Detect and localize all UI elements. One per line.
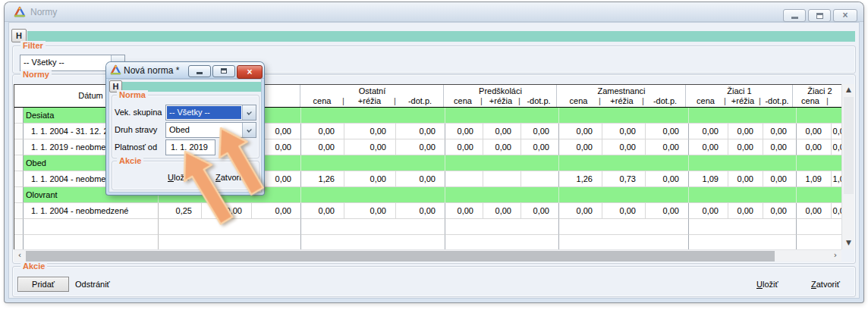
value-cell: 0,00 — [602, 124, 646, 139]
value-cell — [445, 171, 483, 187]
row-header-cell — [14, 108, 24, 124]
dialog-minimize-button[interactable] — [188, 65, 211, 77]
close-button[interactable]: × — [833, 9, 857, 22]
scroll-up-icon[interactable]: ▲︎ — [842, 84, 855, 96]
maximize-icon — [816, 13, 823, 19]
value-cell: 0,00 — [445, 139, 483, 155]
scroll-down-icon[interactable]: ▼︎ — [842, 237, 855, 249]
value-cell: 0,00 — [396, 171, 445, 187]
value-cell: 0,00 — [445, 203, 483, 219]
valid-from-label: Platnosť od — [115, 142, 157, 152]
row-header-cell — [14, 235, 24, 249]
empty-cell — [797, 235, 841, 249]
main-titlebar[interactable]: Normy × — [5, 2, 863, 22]
section-cell — [301, 187, 445, 203]
empty-cell — [445, 219, 559, 235]
value-cell: 0,00 — [521, 203, 559, 219]
value-cell: 0,00 — [396, 139, 445, 155]
maximize-button[interactable] — [808, 9, 831, 22]
subcolumn-header: cena — [793, 96, 828, 107]
scroll-left-icon[interactable]: ‹ — [14, 250, 26, 262]
save-button[interactable]: Uložiť — [756, 279, 778, 290]
section-cell — [689, 108, 797, 124]
subcolumn-header: |-dot.p. — [643, 96, 687, 107]
table-corner-cell — [14, 85, 24, 107]
subcolumn-header: cena — [686, 96, 725, 107]
value-cell: 0,00 — [728, 139, 763, 155]
subcolumn-header: |+réžia — [600, 96, 643, 107]
subcolumn-header: cena — [300, 96, 344, 107]
table-row[interactable]: 1. 1. 2004 - neobmedzené0,250,000,000,00… — [14, 203, 841, 219]
scroll-right-icon[interactable]: › — [829, 250, 841, 262]
dialog-maximize-button[interactable] — [212, 65, 235, 77]
empty-cell — [689, 219, 797, 235]
value-cell: 1,26 — [301, 171, 344, 187]
value-cell: 0,00 — [797, 203, 832, 219]
value-cell: 0,00 — [301, 124, 344, 139]
value-cell: 0,00 — [797, 124, 832, 139]
value-cell: 0,00 — [763, 171, 797, 187]
empty-cell — [301, 235, 445, 249]
actions-label: Akcie — [20, 261, 47, 271]
value-cell: 1,26 — [559, 171, 602, 187]
value-cell: 0,00 — [301, 139, 344, 155]
value-cell: 0,00 — [832, 139, 841, 155]
section-cell — [689, 155, 797, 171]
actions-groupbox — [12, 266, 856, 297]
row-header-cell — [14, 203, 24, 219]
value-cell: 0,00 — [728, 171, 763, 187]
value-cell: 0,00 — [559, 139, 602, 155]
age-group-combo[interactable]: -- Všetky -- — [165, 105, 256, 121]
value-cell: 0,00 — [763, 203, 797, 219]
age-group-value: -- Všetky -- — [167, 106, 241, 119]
section-cell — [445, 187, 559, 203]
column-separator: | — [826, 96, 829, 106]
column-group-header: Predškolácicena|+réžia|-dot.p. — [443, 85, 557, 107]
value-cell: 0,00 — [689, 139, 728, 155]
empty-row — [14, 219, 841, 235]
value-cell: 0,00 — [689, 203, 728, 219]
horizontal-scrollbar[interactable]: ‹ › — [14, 249, 841, 261]
close-icon: × — [842, 10, 848, 20]
vertical-scrollbar[interactable]: ▲︎ ▼︎ — [841, 84, 854, 249]
column-separator: | — [342, 96, 344, 106]
value-cell: 1,09 — [832, 171, 841, 187]
section-cell — [797, 108, 841, 124]
add-button[interactable]: Pridať — [17, 277, 69, 292]
empty-row — [14, 235, 841, 249]
value-cell: 0,00 — [344, 139, 396, 155]
horizontal-scrollbar-thumb[interactable] — [26, 251, 775, 261]
empty-cell — [797, 219, 841, 235]
filter-combo-value: -- Všetky -- — [20, 55, 111, 70]
value-cell: 0,00 — [728, 203, 763, 219]
dialog-titlebar[interactable]: Nová norma * × — [106, 62, 264, 79]
close-window-button[interactable]: Zatvoriť — [811, 279, 840, 290]
remove-button[interactable]: Odstrániť — [75, 279, 110, 290]
age-group-label: Vek. skupina — [115, 108, 162, 117]
subheader-row: cena| — [793, 96, 841, 107]
row-header-cell — [14, 139, 24, 155]
empty-cell — [159, 219, 301, 235]
row-header-cell — [14, 124, 24, 139]
subheader-row: cena|+réžia|-dot.p. — [300, 96, 444, 107]
column-separator: | — [759, 96, 761, 106]
subheader-row: cena|+réžia|-dot.p. — [557, 96, 686, 107]
value-cell: 0,00 — [396, 124, 445, 139]
empty-cell — [689, 235, 797, 249]
section-cell — [445, 108, 559, 124]
value-cell: 0,00 — [483, 124, 521, 139]
section-cell — [301, 155, 445, 171]
group-name: Ostatní — [300, 85, 444, 96]
close-icon: × — [247, 67, 252, 77]
vertical-scrollbar-thumb[interactable] — [844, 97, 854, 194]
value-cell: 0,00 — [559, 203, 602, 219]
value-cell: 0,00 — [689, 124, 728, 139]
minimize-button[interactable] — [783, 9, 806, 22]
age-group-dropdown[interactable] — [242, 105, 256, 120]
value-cell: 0,00 — [559, 124, 602, 139]
value-cell: 0,00 — [646, 203, 689, 219]
value-cell: 0,00 — [301, 203, 344, 219]
dialog-close-button[interactable]: × — [237, 65, 263, 79]
subheader-row: cena|+réžia|-dot.p. — [686, 96, 793, 107]
section-cell — [301, 108, 445, 124]
